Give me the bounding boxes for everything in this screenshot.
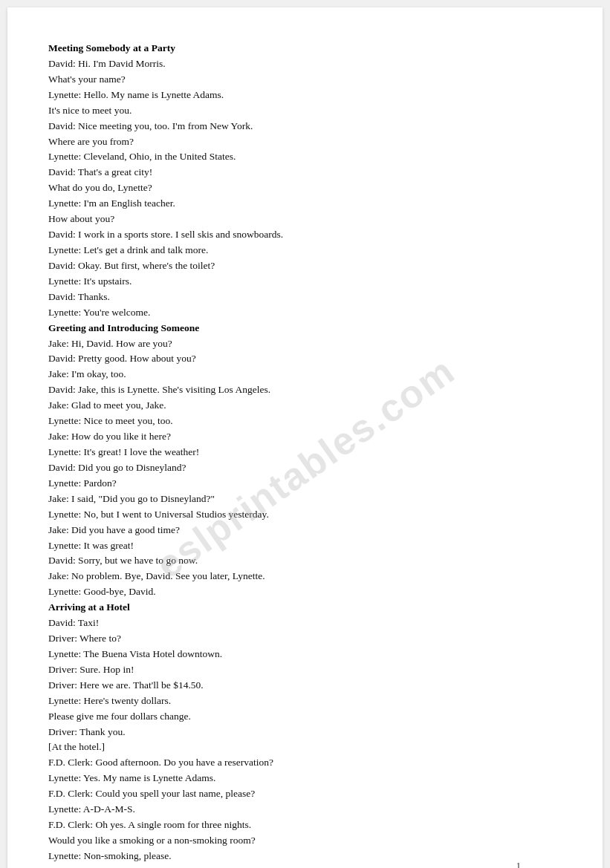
line-s1-12: Lynette: Let's get a drink and talk more… <box>48 243 562 258</box>
line-s1-3: It's nice to meet you. <box>48 103 562 119</box>
line-s3-7: Driver: Thank you. <box>48 725 562 740</box>
page-number: 1 <box>516 858 522 868</box>
line-s2-4: Jake: Glad to meet you, Jake. <box>48 398 562 414</box>
line-s1-2: Lynette: Hello. My name is Lynette Adams… <box>48 88 562 103</box>
section-title-3: Arriving at a Hotel <box>48 600 562 616</box>
line-s2-1: David: Pretty good. How about you? <box>48 351 562 367</box>
line-s1-6: Lynette: Cleveland, Ohio, in the United … <box>48 149 562 165</box>
line-s1-14: Lynette: It's upstairs. <box>48 274 562 290</box>
line-s3-4: Driver: Here we are. That'll be $14.50. <box>48 678 562 694</box>
line-s3-3: Driver: Sure. Hop in! <box>48 662 562 678</box>
line-s1-10: How about you? <box>48 212 562 227</box>
line-s1-0: David: Hi. I'm David Morris. <box>48 56 562 72</box>
line-s2-11: Lynette: No, but I went to Universal Stu… <box>48 507 562 523</box>
line-s1-9: Lynette: I'm an English teacher. <box>48 196 562 212</box>
line-s2-14: David: Sorry, but we have to go now. <box>48 553 562 569</box>
line-s3-2: Lynette: The Buena Vista Hotel downtown. <box>48 647 562 662</box>
line-s3-9: F.D. Clerk: Good afternoon. Do you have … <box>48 755 562 771</box>
line-s1-5: Where are you from? <box>48 134 562 150</box>
line-s3-8: [At the hotel.] <box>48 740 562 755</box>
line-s3-13: F.D. Clerk: Oh yes. A single room for th… <box>48 818 562 833</box>
line-s3-15: Lynette: Non-smoking, please. <box>48 849 562 864</box>
line-s2-9: Lynette: Pardon? <box>48 476 562 492</box>
line-s2-12: Jake: Did you have a good time? <box>48 523 562 538</box>
page: eslprintables.com Meeting Somebody at a … <box>7 7 603 868</box>
line-s1-7: David: That's a great city! <box>48 165 562 180</box>
line-s3-1: Driver: Where to? <box>48 631 562 647</box>
line-s2-5: Lynette: Nice to meet you, too. <box>48 414 562 429</box>
line-s2-0: Jake: Hi, David. How are you? <box>48 336 562 352</box>
line-s1-13: David: Okay. But first, where's the toil… <box>48 258 562 274</box>
line-s2-7: Lynette: It's great! I love the weather! <box>48 445 562 460</box>
line-s3-6: Please give me four dollars change. <box>48 709 562 725</box>
line-s3-5: Lynette: Here's twenty dollars. <box>48 694 562 709</box>
line-s3-12: Lynette: A-D-A-M-S. <box>48 802 562 818</box>
line-s2-10: Jake: I said, "Did you go to Disneyland?… <box>48 492 562 507</box>
line-s1-11: David: I work in a sports store. I sell … <box>48 227 562 243</box>
line-s2-2: Jake: I'm okay, too. <box>48 367 562 382</box>
line-s3-14: Would you like a smoking or a non-smokin… <box>48 833 562 849</box>
line-s1-8: What do you do, Lynette? <box>48 180 562 196</box>
line-s2-3: David: Jake, this is Lynette. She's visi… <box>48 382 562 398</box>
section-greeting-introducing: Greeting and Introducing Someone Jake: H… <box>48 321 562 601</box>
line-s2-6: Jake: How do you like it here? <box>48 429 562 445</box>
content-area: eslprintables.com Meeting Somebody at a … <box>48 41 562 868</box>
line-s2-15: Jake: No problem. Bye, David. See you la… <box>48 569 562 584</box>
line-s3-11: F.D. Clerk: Could you spell your last na… <box>48 786 562 802</box>
line-s3-0: David: Taxi! <box>48 616 562 631</box>
line-s2-13: Lynette: It was great! <box>48 538 562 554</box>
section-meeting-party: Meeting Somebody at a Party David: Hi. I… <box>48 41 562 321</box>
section-title-2: Greeting and Introducing Someone <box>48 321 562 336</box>
line-s3-10: Lynette: Yes. My name is Lynette Adams. <box>48 771 562 786</box>
line-s1-15: David: Thanks. <box>48 290 562 305</box>
section-title-1: Meeting Somebody at a Party <box>48 41 562 56</box>
line-s1-4: David: Nice meeting you, too. I'm from N… <box>48 119 562 134</box>
line-s1-16: Lynette: You're welcome. <box>48 305 562 321</box>
line-s1-1: What's your name? <box>48 72 562 88</box>
line-s3-16: F.D. Clerk: Certainly. Could you fill ou… <box>48 864 562 868</box>
section-arriving-hotel: Arriving at a Hotel David: Taxi! Driver:… <box>48 600 562 868</box>
line-s2-16: Lynette: Good-bye, David. <box>48 584 562 600</box>
line-s2-8: David: Did you go to Disneyland? <box>48 460 562 476</box>
